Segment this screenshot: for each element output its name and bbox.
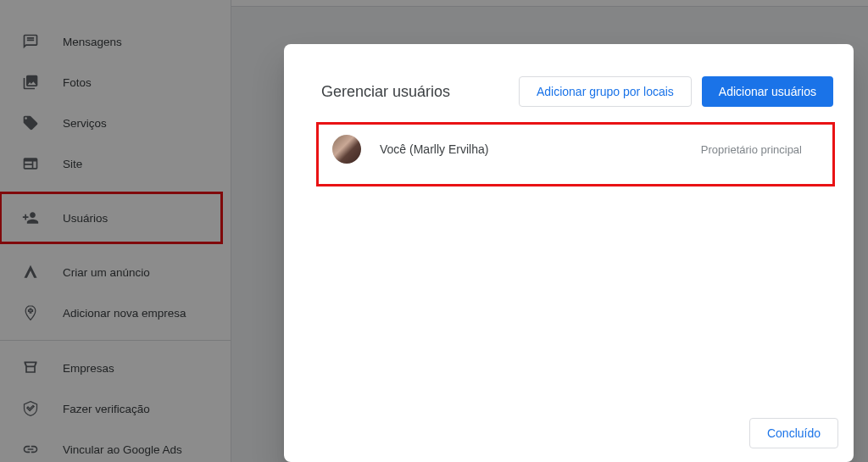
modal-body <box>284 186 854 408</box>
done-button[interactable]: Concluído <box>749 418 838 448</box>
user-list: Você (Marlly Ervilha) Proprietário princ… <box>316 122 835 186</box>
user-row[interactable]: Você (Marlly Ervilha) Proprietário princ… <box>332 135 819 164</box>
modal-title: Gerenciar usuários <box>321 83 509 101</box>
user-name: Você (Marlly Ervilha) <box>380 142 701 156</box>
add-group-by-location-button[interactable]: Adicionar grupo por locais <box>519 76 692 107</box>
modal-header: Gerenciar usuários Adicionar grupo por l… <box>284 44 854 122</box>
add-users-button[interactable]: Adicionar usuários <box>702 76 833 107</box>
modal-footer: Concluído <box>284 408 854 462</box>
avatar <box>332 135 361 164</box>
manage-users-modal: Gerenciar usuários Adicionar grupo por l… <box>284 44 854 462</box>
user-role: Proprietário principal <box>701 143 802 156</box>
